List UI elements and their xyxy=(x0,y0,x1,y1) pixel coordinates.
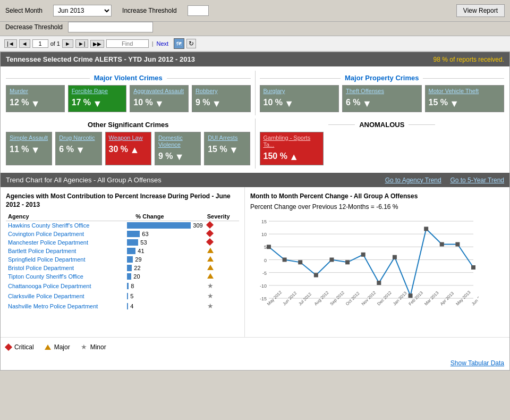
show-tabular-link[interactable]: Show Tabular Data xyxy=(450,359,504,367)
crime-name: Motor Vehicle Theft xyxy=(429,88,501,95)
major-violent-header: Major Violent Crimes xyxy=(6,74,251,82)
agency-link[interactable]: Springfield Police Department xyxy=(8,256,86,263)
severity-major xyxy=(207,273,214,279)
crimes-divider: Major Violent Crimes Murder 12 % ▼Forcib… xyxy=(6,71,504,115)
crime-pct: 15 % xyxy=(429,98,448,107)
severity-cell xyxy=(205,230,239,238)
bar-container: 41 xyxy=(127,248,202,254)
crime-name: Simple Assault xyxy=(10,135,48,141)
chart-container: 151050-5-10-15May 2012Jun 2012Jul 2012Au… xyxy=(250,213,504,332)
agency-link[interactable]: Hawkins County Sheriff's Office xyxy=(8,222,89,229)
svg-rect-29 xyxy=(283,258,287,262)
agency-link[interactable]: Manchester Police Department xyxy=(8,239,88,246)
increase-threshold-input[interactable]: 15 xyxy=(188,5,209,16)
crime-card: Theft Offenses 6 % ▼ xyxy=(342,85,422,112)
svg-text:-10: -10 xyxy=(260,283,267,289)
crime-link[interactable]: Gambling - Sports Ta... xyxy=(264,135,311,148)
severity-cell xyxy=(205,221,239,230)
crime-arrow: ▼ xyxy=(75,145,85,156)
page-number-input[interactable] xyxy=(32,39,48,48)
major-label: Major xyxy=(54,343,70,351)
svg-rect-31 xyxy=(314,273,318,278)
other-crimes-header: Other Significant Crimes xyxy=(6,121,251,129)
agency-name-cell: Manchester Police Department xyxy=(6,238,125,247)
decrease-threshold-input[interactable]: -15 xyxy=(68,22,153,32)
bar-container: 29 xyxy=(127,256,202,263)
agency-link[interactable]: Clarksville Police Department xyxy=(8,293,84,299)
severity-minor: ★ xyxy=(207,292,214,300)
select-month-dropdown[interactable]: Jun 2013 xyxy=(53,5,112,16)
svg-rect-33 xyxy=(345,261,350,265)
crime-card: Domestic Violence 9 % ▼ xyxy=(155,132,201,166)
major-property-header: Major Property Crimes xyxy=(260,74,505,82)
agency-link[interactable]: Chattanooga Police Department xyxy=(8,283,91,289)
svg-rect-39 xyxy=(440,242,444,247)
view-report-button[interactable]: View Report xyxy=(456,4,505,17)
agency-name-cell: Tipton County Sheriff's Office xyxy=(6,272,125,281)
crime-link[interactable]: DUI Arrests xyxy=(208,135,237,141)
export-icon[interactable]: 🗺 xyxy=(174,38,184,49)
bar-cell: 22 xyxy=(125,264,205,272)
crime-pct: 17 % xyxy=(72,98,91,107)
bar xyxy=(127,248,135,254)
crime-link[interactable]: Motor Vehicle Theft xyxy=(429,88,479,94)
refresh-icon[interactable]: ↻ xyxy=(186,39,196,48)
crime-pct: 6 % xyxy=(59,145,74,154)
crime-link[interactable]: Weapon Law xyxy=(109,135,143,141)
major-violent-section: Major Violent Crimes Murder 12 % ▼Forcib… xyxy=(6,71,256,115)
agency-link[interactable]: Tipton County Sheriff's Office xyxy=(8,273,83,280)
svg-text:-15: -15 xyxy=(260,296,267,301)
legend-major: Major xyxy=(45,343,70,351)
agency-link[interactable]: Bristol Police Department xyxy=(8,265,74,271)
agency-link[interactable]: Nashville Metro Police Department xyxy=(8,303,98,309)
major-violent-link[interactable]: Major Violent Crimes xyxy=(90,74,167,82)
go-to-5year-link[interactable]: Go to 5-Year Trend xyxy=(450,177,504,184)
find-input[interactable] xyxy=(106,39,149,48)
bar-cell: 4 xyxy=(125,301,205,311)
agency-name-cell: Chattanooga Police Department xyxy=(6,281,125,291)
crime-link[interactable]: Simple Assault xyxy=(10,135,48,141)
crime-link[interactable]: Murder xyxy=(10,88,28,94)
pct-value: 5 xyxy=(130,293,133,299)
crime-link[interactable]: Forcible Rape xyxy=(72,88,108,94)
major-property-link[interactable]: Major Property Crimes xyxy=(341,74,423,82)
svg-text:15: 15 xyxy=(261,219,267,224)
crimes-section: Major Violent Crimes Murder 12 % ▼Forcib… xyxy=(1,66,509,173)
nav-first-button[interactable]: |◄ xyxy=(4,39,17,48)
crime-arrow: ▼ xyxy=(284,98,294,110)
svg-rect-34 xyxy=(361,253,366,257)
crime-link[interactable]: Theft Offenses xyxy=(346,88,384,94)
col-pct-change: % Change xyxy=(125,212,205,221)
agency-name-cell: Bristol Police Department xyxy=(6,264,125,272)
crime-link[interactable]: Burglary xyxy=(264,88,285,94)
find-next-link[interactable]: Next xyxy=(157,40,169,47)
crime-name: Aggravated Assault xyxy=(133,88,185,95)
crime-name: DUI Arrests xyxy=(208,135,246,141)
crime-link[interactable]: Aggravated Assault xyxy=(133,88,184,94)
severity-critical xyxy=(206,238,214,246)
bar xyxy=(127,256,133,263)
bar-container: 53 xyxy=(127,239,202,246)
major-icon xyxy=(45,345,51,350)
nav-next-button[interactable]: ► xyxy=(62,39,73,48)
svg-rect-36 xyxy=(393,255,397,259)
main-content: Tennessee Selected Crime ALERTS - YTD Ju… xyxy=(0,52,510,371)
go-to-agency-link[interactable]: Go to Agency Trend xyxy=(385,177,441,184)
crime-link[interactable]: Domestic Violence xyxy=(158,135,183,148)
agency-name-cell: Springfield Police Department xyxy=(6,255,125,264)
agency-link[interactable]: Covington Police Department xyxy=(8,231,84,237)
severity-cell: ★ xyxy=(205,301,239,311)
agency-link[interactable]: Bartlett Police Department xyxy=(8,248,76,254)
crime-link[interactable]: Robbery xyxy=(196,88,218,94)
nav-extra-button[interactable]: ▶▶ xyxy=(90,40,104,48)
nav-prev-button[interactable]: ◄ xyxy=(19,39,30,48)
crime-card: Drug Narcotic 6 % ▼ xyxy=(55,132,101,166)
other-crimes-row: Simple Assault 11 % ▼Drug Narcotic 6 % ▼… xyxy=(6,132,251,166)
crime-card: Robbery 9 % ▼ xyxy=(192,85,251,112)
severity-critical xyxy=(206,221,214,229)
svg-rect-38 xyxy=(424,227,428,231)
nav-last-button[interactable]: ►| xyxy=(75,39,88,48)
pct-value: 63 xyxy=(142,231,148,237)
crime-link[interactable]: Drug Narcotic xyxy=(59,135,95,141)
chart-panel: Month to Month Percent Change - All Grou… xyxy=(245,187,509,337)
